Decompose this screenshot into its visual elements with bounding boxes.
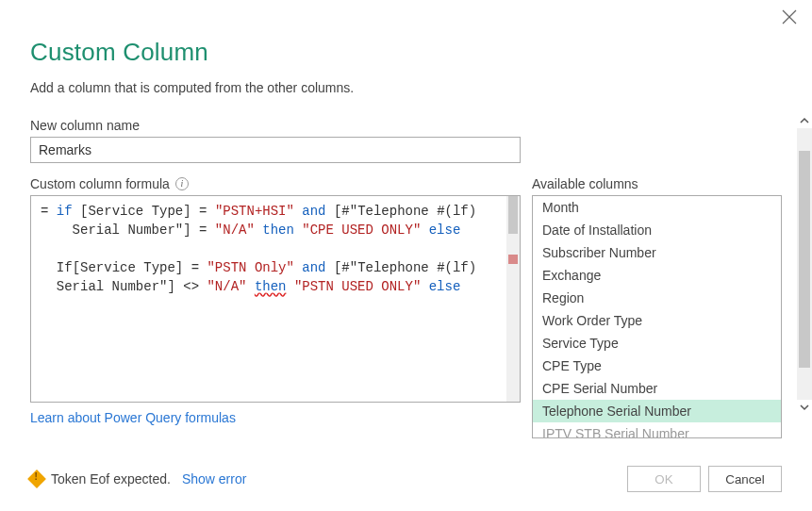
custom-column-dialog: Custom Column Add a column that is compu… — [0, 0, 812, 511]
dialog-title: Custom Column — [30, 38, 782, 67]
column-item[interactable]: IPTV STB Serial Number — [533, 422, 781, 438]
close-button[interactable] — [782, 9, 797, 27]
warning-icon — [27, 470, 46, 488]
warning-text: Token Eof expected. — [51, 471, 171, 486]
learn-link[interactable]: Learn about Power Query formulas — [30, 410, 236, 425]
new-column-name-input[interactable] — [30, 137, 521, 163]
cancel-button[interactable]: Cancel — [708, 466, 782, 492]
show-error-link[interactable]: Show error — [182, 471, 246, 486]
column-item[interactable]: Region — [533, 287, 781, 309]
formula-label: Custom column formula i — [30, 176, 521, 191]
formula-editor[interactable]: = if [Service Type] = "PSTN+HSI" and [#"… — [30, 195, 521, 403]
close-icon — [782, 9, 797, 25]
column-item[interactable]: CPE Type — [533, 354, 781, 377]
scroll-down-arrow[interactable] — [797, 400, 812, 415]
dialog-subtitle: Add a column that is computed from the o… — [30, 80, 782, 95]
column-item[interactable]: CPE Serial Number — [533, 377, 781, 400]
column-item-selected[interactable]: Telephone Serial Number — [533, 400, 781, 422]
dialog-scrollbar[interactable] — [797, 113, 812, 415]
scrollbar-thumb[interactable] — [508, 196, 518, 234]
formula-label-text: Custom column formula — [30, 176, 170, 191]
new-column-name-label: New column name — [30, 118, 782, 133]
dialog-footer: Token Eof expected. Show error OK Cancel — [30, 466, 782, 492]
scrollbar-thumb[interactable] — [799, 151, 810, 368]
error-marker[interactable] — [508, 255, 518, 264]
column-item[interactable]: Service Type — [533, 332, 781, 354]
info-icon[interactable]: i — [175, 177, 189, 190]
formula-scrollbar[interactable] — [506, 196, 520, 402]
ok-button[interactable]: OK — [627, 466, 701, 492]
available-columns-label: Available columns — [532, 176, 782, 191]
column-item[interactable]: Subscriber Number — [533, 241, 781, 264]
column-item[interactable]: Date of Installation — [533, 219, 781, 241]
column-item[interactable]: Month — [533, 196, 781, 219]
available-columns-list[interactable]: Month Date of Installation Subscriber Nu… — [532, 195, 782, 438]
column-item[interactable]: Exchange — [533, 264, 781, 287]
scroll-up-arrow[interactable] — [797, 113, 812, 128]
column-item[interactable]: Work Order Type — [533, 309, 781, 332]
